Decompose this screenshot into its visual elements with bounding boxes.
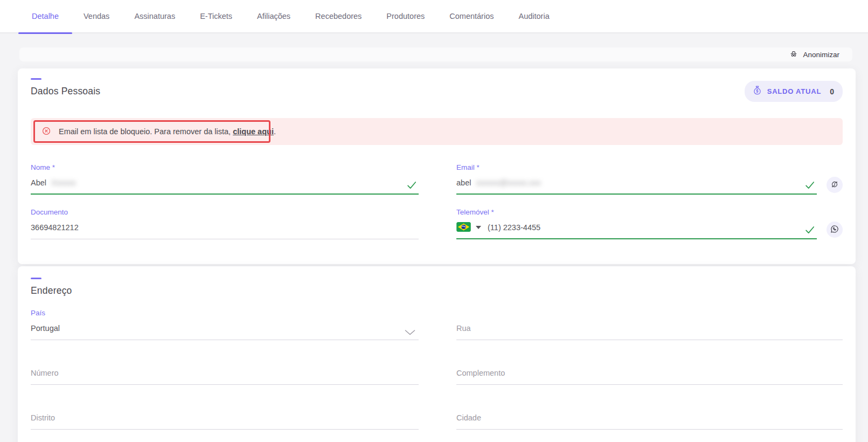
nome-input[interactable]: Abel Xxxxxx [31, 177, 419, 195]
distrito-placeholder: Distrito [31, 413, 55, 422]
email-resync-button[interactable] [827, 177, 843, 193]
brazil-flag-icon[interactable] [456, 222, 471, 233]
personal-data-card: Dados Pessoais SALDO ATUAL 0 Email em li… [18, 68, 856, 264]
email-input[interactable]: abel xxxxxx@xxxxx.xxx [456, 177, 817, 195]
tab-label: Recebedores [315, 12, 362, 20]
tab-label: Auditoria [518, 12, 549, 20]
tab-afiliacoes[interactable]: Afiliações [245, 0, 303, 33]
tab-auditoria[interactable]: Auditoria [506, 0, 561, 33]
tab-label: Vendas [84, 12, 109, 20]
balance-label: SALDO ATUAL [767, 87, 822, 95]
pais-value: Portugal [31, 324, 60, 333]
valid-check-icon [406, 179, 418, 191]
alert-text-before: Email em lista de bloqueio. Para remover… [59, 127, 231, 136]
email-field[interactable]: Email * abel xxxxxx@xxxxx.xxx [456, 163, 817, 195]
distrito-input[interactable]: Distrito [31, 412, 419, 430]
tab-label: Produtores [386, 12, 425, 20]
pais-select[interactable]: Portugal [31, 322, 419, 340]
documento-value: 36694821212 [31, 223, 79, 232]
nome-field[interactable]: Nome * Abel Xxxxxx [31, 163, 419, 195]
anonymize-button[interactable]: Anonimizar [789, 50, 839, 60]
whatsapp-icon [830, 224, 839, 236]
telemovel-value: (11) 2233-4455 [488, 223, 540, 232]
tab-label: Afiliações [257, 12, 290, 20]
chevron-down-icon[interactable] [405, 329, 415, 335]
address-section-title: Endereço [31, 285, 843, 296]
pais-label: País [31, 308, 419, 317]
incognito-icon [789, 50, 798, 60]
valid-check-icon [804, 179, 816, 191]
documento-field[interactable]: Documento 36694821212 [31, 208, 419, 239]
email-value: abel [456, 178, 471, 187]
tab-etickets[interactable]: E-Tickets [188, 0, 245, 33]
country-dropdown-caret-icon[interactable] [476, 226, 481, 229]
nome-redacted-value: Xxxxxx [51, 178, 76, 187]
tab-comentarios[interactable]: Comentários [437, 0, 506, 33]
pais-field[interactable]: País Portugal [31, 308, 419, 340]
tab-detalhe[interactable]: Detalhe [19, 0, 71, 33]
tab-recebedores[interactable]: Recebedores [303, 0, 374, 33]
tab-label: Comentários [449, 12, 494, 20]
section-dash [31, 78, 41, 80]
tab-produtores[interactable]: Produtores [374, 0, 437, 33]
documento-input[interactable]: 36694821212 [31, 222, 419, 239]
rua-placeholder: Rua [456, 324, 471, 333]
alert-text: Email em lista de bloqueio. Para remover… [59, 127, 276, 136]
numero-placeholder: Número [31, 369, 59, 377]
cidade-placeholder: Cidade [456, 413, 481, 422]
complemento-field[interactable]: Complemento [456, 353, 843, 385]
documento-label: Documento [31, 208, 419, 216]
actions-toolbar: Anonimizar [19, 47, 852, 61]
rua-input[interactable]: Rua [456, 322, 843, 340]
tab-label: Detalhe [32, 12, 59, 20]
telemovel-field[interactable]: Telemóvel * (11) 2233-4455 [456, 208, 817, 239]
whatsapp-button[interactable] [827, 222, 843, 238]
distrito-field[interactable]: Distrito [31, 398, 419, 430]
alert-remove-link[interactable]: clique aqui [233, 127, 274, 136]
alert-text-suffix: . [274, 127, 276, 136]
rua-field[interactable]: Rua [456, 308, 843, 340]
nome-value: Abel [31, 178, 46, 187]
email-blocklist-alert: Email em lista de bloqueio. Para remover… [31, 118, 843, 145]
telemovel-input[interactable]: (11) 2233-4455 [456, 222, 817, 239]
tab-label: Assinaturas [134, 12, 175, 20]
email-label: Email * [456, 163, 817, 171]
tab-vendas[interactable]: Vendas [71, 0, 122, 33]
personal-section-title: Dados Pessoais [31, 86, 100, 97]
refresh-alert-icon [830, 179, 839, 191]
tab-assinaturas[interactable]: Assinaturas [122, 0, 188, 33]
balance-value: 0 [830, 87, 834, 96]
tab-label: E-Tickets [200, 12, 232, 20]
current-balance-badge[interactable]: SALDO ATUAL 0 [745, 81, 843, 102]
cidade-input[interactable]: Cidade [456, 412, 843, 430]
valid-check-icon [804, 224, 816, 236]
nome-label: Nome * [31, 163, 419, 171]
cidade-field[interactable]: Cidade [456, 398, 843, 430]
tab-bar: Detalhe Vendas Assinaturas E-Tickets Afi… [0, 0, 868, 33]
complemento-input[interactable]: Complemento [456, 367, 843, 385]
numero-field[interactable]: Número [31, 353, 419, 385]
section-dash [31, 278, 41, 279]
numero-input[interactable]: Número [31, 367, 419, 385]
address-card: Endereço País Portugal Rua Número [18, 266, 856, 442]
email-redacted-value: xxxxxx@xxxxx.xxx [476, 178, 540, 187]
anonymize-label: Anonimizar [803, 51, 839, 59]
circle-x-icon [41, 126, 51, 137]
telemovel-label: Telemóvel * [456, 208, 817, 216]
money-bag-icon [752, 85, 762, 98]
complemento-placeholder: Complemento [456, 369, 505, 377]
